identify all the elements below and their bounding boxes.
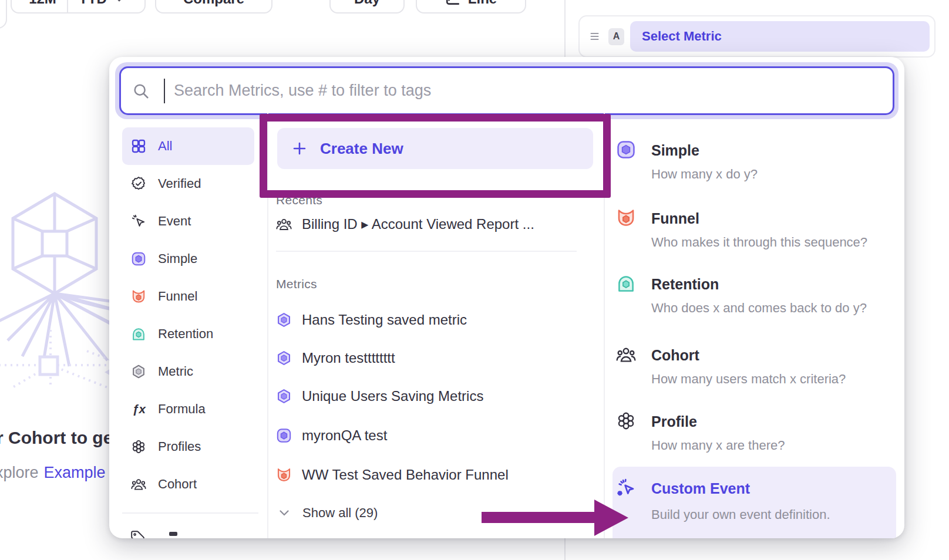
type-row-funnel[interactable]: Funnel Who makes it through this sequenc… <box>613 204 896 266</box>
interval-day-button[interactable]: Day <box>329 0 405 14</box>
sidebar-item-profiles[interactable]: Profiles <box>122 428 254 465</box>
sidebar-item-metric[interactable]: Metric <box>122 353 254 390</box>
cohort-icon <box>616 345 636 367</box>
simple-icon <box>130 251 146 266</box>
chevron-down-icon <box>112 0 127 2</box>
sidebar-divider <box>122 512 258 514</box>
empty-state-explore-line: xploreExample <box>0 464 106 482</box>
metric-hexagon-icon <box>276 387 292 405</box>
type-row-retention[interactable]: Retention Who does x and comes back to d… <box>613 270 896 332</box>
line-chart-icon <box>445 0 461 6</box>
annotation-highlight-box <box>260 114 611 198</box>
type-row-custom-event[interactable]: Custom Event Build your own event defini… <box>613 474 896 536</box>
funnel-icon <box>616 208 636 230</box>
metric-list-item[interactable]: WW Test Saved Behavior Funnel <box>276 466 509 484</box>
chevron-down-icon <box>276 510 292 516</box>
metric-list-item[interactable]: Unique Users Saving Metrics <box>276 387 483 405</box>
select-metric-pill[interactable]: Select Metric <box>630 21 930 52</box>
metric-list-item[interactable]: Hans Testing saved metric <box>276 311 467 329</box>
metrics-section-label: Metrics <box>276 277 317 291</box>
sidebar-item-all[interactable]: All <box>122 127 254 165</box>
sidebar-item-event[interactable]: Event <box>122 203 254 240</box>
retention-icon <box>130 326 146 342</box>
event-icon <box>130 214 146 229</box>
show-all-toggle[interactable]: Show all (29) <box>276 505 378 521</box>
type-row-simple[interactable]: Simple How many x do y? <box>613 136 896 198</box>
partial-left-button[interactable] <box>0 0 7 29</box>
funnel-icon <box>130 289 146 304</box>
cohort-icon <box>130 477 146 492</box>
type-row-cohort[interactable]: Cohort How many users match x criteria? <box>613 341 896 403</box>
sidebar-item-formula[interactable]: ƒx Formula <box>122 390 254 428</box>
drag-handle-icon[interactable] <box>587 32 603 41</box>
annotation-arrow-head <box>594 500 628 536</box>
date-range-segmented-control[interactable]: 12M YTD <box>11 0 146 14</box>
verified-icon <box>130 176 146 191</box>
series-a-badge: A <box>608 28 624 45</box>
simple-icon <box>276 427 292 444</box>
empty-state-headline-fragment: r Cohort to ge <box>0 428 113 448</box>
sidebar-item-verified[interactable]: Verified <box>122 165 254 203</box>
category-sidebar: All Verified Event Simple <box>122 127 258 503</box>
profiles-icon <box>130 439 146 454</box>
sidebar-item-funnel[interactable]: Funnel <box>122 278 254 315</box>
custom-event-icon <box>616 478 636 500</box>
metric-icon <box>130 364 146 379</box>
retention-icon <box>616 274 636 296</box>
panel-divider-top <box>564 0 566 58</box>
simple-icon <box>616 140 636 162</box>
metric-hexagon-icon <box>276 349 292 367</box>
tag-icon <box>130 530 146 538</box>
funnel-icon <box>276 466 292 484</box>
clipped-label-fragment <box>169 532 177 536</box>
range-ytd-button[interactable]: YTD <box>68 0 138 12</box>
chart-type-line-button[interactable]: Line <box>416 0 526 14</box>
sidebar-item-retention[interactable]: Retention <box>122 315 254 353</box>
sidebar-item-cohort[interactable]: Cohort <box>122 465 254 503</box>
type-row-profile[interactable]: Profile How many x are there? <box>613 407 896 469</box>
grid-icon <box>130 139 146 154</box>
range-12m-button[interactable]: 12M <box>18 0 67 12</box>
cohort-icon <box>276 216 292 232</box>
metric-list-item[interactable]: Myron testttttttt <box>276 349 395 367</box>
search-input[interactable] <box>119 66 894 115</box>
text-caret <box>164 79 165 103</box>
search-field-wrap <box>119 66 894 115</box>
metric-slot-card[interactable]: A Select Metric <box>578 15 935 58</box>
metric-list-item[interactable]: myronQA test <box>276 427 387 444</box>
formula-icon: ƒx <box>130 402 146 417</box>
recents-metrics-divider <box>276 251 577 252</box>
app-screen: 12M YTD Compare Day Line A Select Metric <box>0 0 949 560</box>
search-icon <box>132 82 150 102</box>
annotation-arrow <box>482 512 597 523</box>
svg-text:ƒx: ƒx <box>132 402 146 416</box>
profile-icon <box>616 411 636 433</box>
compare-button[interactable]: Compare <box>155 0 272 14</box>
recent-item-row[interactable]: Billing ID ▸ Account Viewed Report ... <box>276 216 534 232</box>
panel-divider-bottom <box>564 538 566 560</box>
example-reports-link[interactable]: Example <box>44 464 106 481</box>
sidebar-item-simple[interactable]: Simple <box>122 240 254 278</box>
metric-hexagon-icon <box>276 311 292 329</box>
